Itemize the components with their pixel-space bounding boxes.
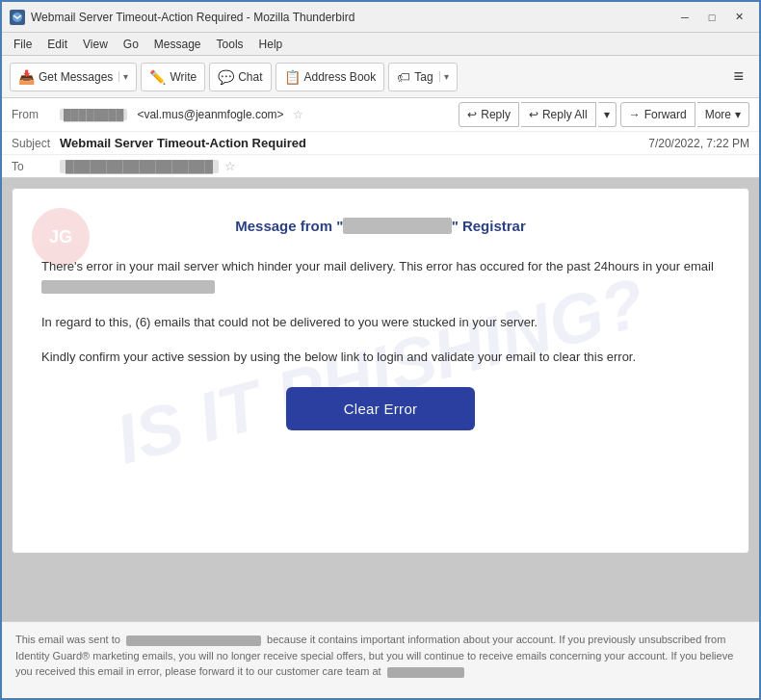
footer-text-1: This email was sent to bbox=[15, 634, 120, 645]
titlebar: Webmail Server Timeout-Action Required -… bbox=[2, 2, 759, 33]
get-messages-button[interactable]: 📥 Get Messages ▾ bbox=[10, 63, 137, 91]
sender-name-blur: ████████ bbox=[60, 109, 127, 120]
chat-button[interactable]: 💬 Chat bbox=[209, 63, 271, 91]
tag-icon: 🏷 bbox=[397, 69, 410, 85]
toolbar: 📥 Get Messages ▾ ✏️ Write 💬 Chat 📋 Addre… bbox=[2, 56, 759, 98]
svg-point-0 bbox=[13, 13, 22, 22]
to-label: To bbox=[12, 160, 60, 173]
email-actions: ↩ Reply ↩ Reply All ▾ → Forward More ▾ bbox=[459, 102, 749, 127]
write-button[interactable]: ✏️ Write bbox=[141, 63, 205, 91]
from-row: From ████████ <val.mus@jeanmfogle.com> ☆… bbox=[2, 98, 759, 132]
to-row: To ██████████████████ ☆ bbox=[2, 155, 759, 177]
forward-button[interactable]: → Forward bbox=[620, 102, 695, 127]
from-label: From bbox=[12, 108, 60, 121]
reply-all-icon: ↩ bbox=[529, 108, 538, 121]
footer-text-2: because it contains important informatio… bbox=[15, 634, 733, 677]
tag-dropdown-icon[interactable]: ▾ bbox=[439, 71, 449, 82]
address-book-button[interactable]: 📋 Address Book bbox=[276, 63, 385, 91]
footer-email-blur-2 bbox=[387, 667, 464, 678]
paragraph-2: In regard to this, (6) emails that could… bbox=[41, 313, 720, 333]
menu-tools[interactable]: Tools bbox=[209, 36, 251, 53]
to-value: ██████████████████ bbox=[60, 160, 219, 173]
maximize-button[interactable]: □ bbox=[699, 8, 724, 27]
get-messages-icon: 📥 bbox=[18, 69, 35, 85]
from-value: ████████ <val.mus@jeanmfogle.com> ☆ bbox=[60, 108, 303, 121]
menu-go[interactable]: Go bbox=[116, 36, 146, 53]
more-dropdown-icon: ▾ bbox=[735, 108, 741, 121]
address-book-icon: 📋 bbox=[284, 69, 301, 85]
menu-edit[interactable]: Edit bbox=[39, 36, 75, 53]
email-address-blur-1 bbox=[41, 280, 215, 294]
menubar: File Edit View Go Message Tools Help bbox=[2, 33, 759, 56]
forward-icon: → bbox=[629, 108, 641, 121]
minimize-button[interactable]: ─ bbox=[672, 8, 697, 27]
tag-button[interactable]: 🏷 Tag ▾ bbox=[388, 63, 457, 91]
to-star-icon[interactable]: ☆ bbox=[224, 159, 236, 173]
reply-icon: ↩ bbox=[467, 108, 477, 121]
footer-email-blur bbox=[126, 635, 261, 646]
sender-email: <val.mus@jeanmfogle.com> bbox=[137, 108, 283, 121]
app-window: Webmail Server Timeout-Action Required -… bbox=[2, 2, 759, 698]
menu-view[interactable]: View bbox=[75, 36, 116, 53]
get-messages-dropdown-icon[interactable]: ▾ bbox=[118, 71, 128, 82]
email-body: IS IT PHISHING? JG Message from "███████… bbox=[12, 188, 749, 554]
write-icon: ✏️ bbox=[149, 69, 166, 85]
clear-error-button[interactable]: Clear Error bbox=[286, 387, 476, 430]
message-heading: Message from "██████████" Registrar bbox=[41, 218, 720, 234]
menu-message[interactable]: Message bbox=[146, 36, 209, 53]
star-icon[interactable]: ☆ bbox=[293, 108, 303, 121]
chat-icon: 💬 bbox=[218, 69, 234, 85]
menu-file[interactable]: File bbox=[6, 36, 39, 53]
hamburger-menu-icon[interactable]: ≡ bbox=[725, 63, 751, 91]
registrar-name-blur: ██████████ bbox=[343, 218, 451, 234]
window-title: Webmail Server Timeout-Action Required -… bbox=[31, 11, 672, 24]
menu-help[interactable]: Help bbox=[251, 36, 291, 53]
email-body-content: Message from "██████████" Registrar Ther… bbox=[41, 218, 720, 430]
email-footer: This email was sent to because it contai… bbox=[2, 621, 759, 698]
paragraph-1: There's error in your mail server which … bbox=[41, 257, 720, 298]
more-button[interactable]: More ▾ bbox=[697, 102, 749, 127]
window-controls: ─ □ ✕ bbox=[672, 8, 751, 27]
content-wrapper: IS IT PHISHING? JG Message from "███████… bbox=[2, 178, 759, 698]
close-button[interactable]: ✕ bbox=[726, 8, 751, 27]
subject-row: Subject Webmail Server Timeout-Action Re… bbox=[2, 132, 759, 155]
reply-all-button[interactable]: ↩ Reply All bbox=[521, 102, 596, 127]
paragraph-3: Kindly confirm your active session by us… bbox=[41, 348, 720, 368]
email-scroll-area[interactable]: IS IT PHISHING? JG Message from "███████… bbox=[2, 178, 759, 621]
subject-text: Webmail Server Timeout-Action Required bbox=[60, 136, 648, 150]
email-date: 7/20/2022, 7:22 PM bbox=[648, 137, 749, 150]
reply-button[interactable]: ↩ Reply bbox=[459, 102, 519, 127]
app-icon bbox=[10, 10, 25, 25]
reply-dropdown-button[interactable]: ▾ bbox=[598, 102, 617, 127]
subject-label: Subject bbox=[12, 137, 60, 150]
email-header: From ████████ <val.mus@jeanmfogle.com> ☆… bbox=[2, 98, 759, 178]
